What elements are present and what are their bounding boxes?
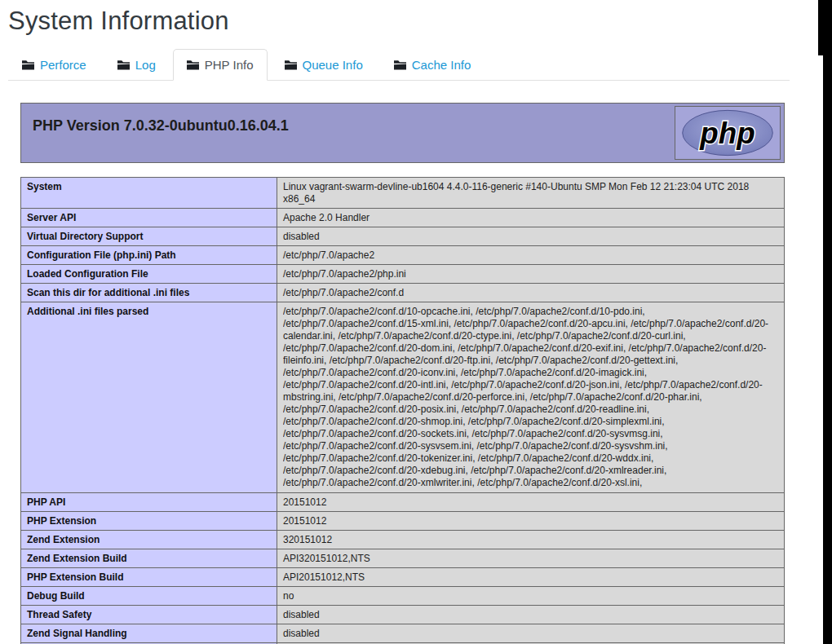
table-row: System Linux vagrant-swarm-devline-ub160…	[21, 178, 785, 209]
row-label: PHP Extension Build	[21, 568, 277, 587]
tab-perforce[interactable]: Perforce	[8, 49, 100, 81]
row-value: disabled	[277, 227, 785, 246]
scrollbar-thumb[interactable]	[818, 0, 832, 55]
row-label: Virtual Directory Support	[21, 227, 277, 246]
php-version-heading: PHP Version 7.0.32-0ubuntu0.16.04.1	[21, 104, 784, 135]
folder-icon	[22, 60, 34, 70]
row-value: 320151012	[277, 531, 785, 549]
tab-label: PHP Info	[205, 57, 254, 73]
table-row: Server API Apache 2.0 Handler	[21, 209, 785, 227]
table-row: Scan this dir for additional .ini files …	[21, 284, 785, 302]
row-value: Linux vagrant-swarm-devline-ub1604 4.4.0…	[277, 178, 785, 209]
table-row: Debug Build no	[21, 587, 785, 606]
table-row: Zend Extension 320151012	[21, 531, 785, 549]
table-row: PHP Extension Build API20151012,NTS	[21, 568, 785, 587]
tab-bar: Perforce Log PHP Info Queue Info Cache I…	[8, 49, 790, 81]
row-label: Debug Build	[21, 587, 277, 606]
tab-label: Perforce	[40, 57, 86, 73]
tab-label: Queue Info	[303, 57, 363, 73]
table-row: Loaded Configuration File /etc/php/7.0/a…	[21, 265, 785, 284]
row-value: no	[277, 587, 785, 606]
row-value: 20151012	[277, 512, 785, 531]
row-value: disabled	[277, 624, 785, 643]
row-label: Configuration File (php.ini) Path	[21, 246, 277, 265]
row-value: /etc/php/7.0/apache2	[277, 246, 785, 265]
row-value: /etc/php/7.0/apache2/conf.d	[277, 284, 785, 302]
table-row: Additional .ini files parsed /etc/php/7.…	[21, 302, 785, 493]
row-value: 20151012	[277, 493, 785, 512]
tab-label: Log	[135, 57, 156, 73]
page-title: System Information	[8, 7, 832, 36]
row-label: Zend Extension Build	[21, 549, 277, 568]
tab-queue-info[interactable]: Queue Info	[271, 49, 377, 81]
scrollbar-track[interactable]	[823, 0, 832, 644]
row-value: API20151012,NTS	[277, 568, 785, 587]
row-value: /etc/php/7.0/apache2/conf.d/10-opcache.i…	[277, 302, 785, 493]
row-label: System	[21, 178, 277, 209]
table-row: Thread Safety disabled	[21, 606, 785, 624]
table-row: PHP Extension 20151012	[21, 512, 785, 531]
row-value: API320151012,NTS	[277, 549, 785, 568]
row-label: Additional .ini files parsed	[21, 302, 277, 493]
php-logo-text: php	[699, 117, 755, 150]
row-label: Thread Safety	[21, 606, 277, 624]
table-row: Configuration File (php.ini) Path /etc/p…	[21, 246, 785, 265]
tab-log[interactable]: Log	[104, 49, 170, 81]
row-label: Zend Extension	[21, 531, 277, 549]
folder-icon	[285, 60, 297, 70]
folder-icon	[394, 60, 406, 70]
table-row: Zend Extension Build API320151012,NTS	[21, 549, 785, 568]
phpinfo-panel: PHP Version 7.0.32-0ubuntu0.16.04.1 php …	[20, 103, 785, 644]
table-row: Virtual Directory Support disabled	[21, 227, 785, 246]
row-value: /etc/php/7.0/apache2/php.ini	[277, 265, 785, 284]
row-label: Scan this dir for additional .ini files	[21, 284, 277, 302]
table-row: PHP API 20151012	[21, 493, 785, 512]
tab-cache-info[interactable]: Cache Info	[380, 49, 485, 81]
row-label: PHP Extension	[21, 512, 277, 531]
ini-files-list: /etc/php/7.0/apache2/conf.d/10-opcache.i…	[283, 306, 778, 490]
php-version-banner: PHP Version 7.0.32-0ubuntu0.16.04.1 php	[20, 103, 785, 163]
row-label: PHP API	[21, 493, 277, 512]
row-label: Zend Signal Handling	[21, 624, 277, 643]
tab-php-info[interactable]: PHP Info	[173, 49, 268, 81]
table-row: Zend Signal Handling disabled	[21, 624, 785, 643]
row-value: Apache 2.0 Handler	[277, 209, 785, 227]
php-logo[interactable]: php	[675, 106, 781, 160]
tab-label: Cache Info	[412, 57, 471, 73]
row-label: Loaded Configuration File	[21, 265, 277, 284]
phpinfo-table: System Linux vagrant-swarm-devline-ub160…	[20, 177, 785, 644]
row-label: Server API	[21, 209, 277, 227]
folder-icon	[187, 60, 199, 70]
row-value: disabled	[277, 606, 785, 624]
folder-icon	[117, 60, 130, 70]
